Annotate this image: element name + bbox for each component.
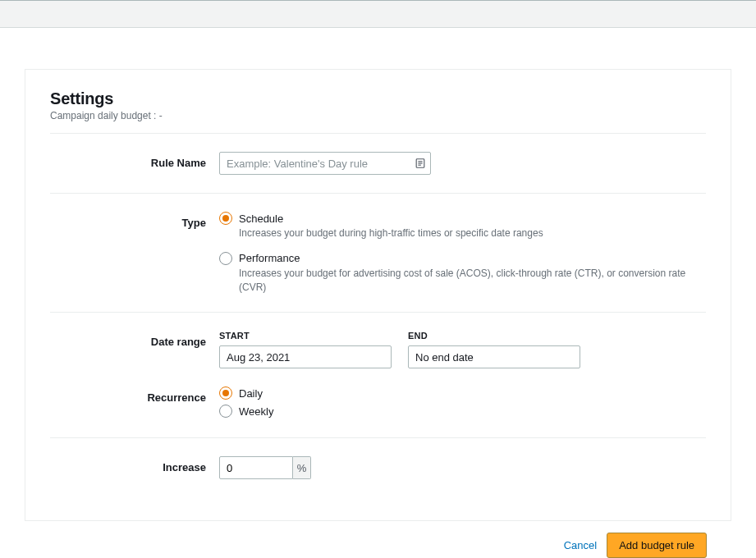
recurrence-label: Recurrence xyxy=(66,386,206,419)
recurrence-weekly-option[interactable]: Weekly xyxy=(219,405,690,418)
top-bar xyxy=(0,0,756,28)
date-range-section: Date range START END xyxy=(50,313,706,377)
type-option-description: Increases your budget for advertising co… xyxy=(239,267,690,295)
panel-title: Settings xyxy=(50,89,706,108)
text-snippet-icon xyxy=(415,158,426,169)
page-container: Settings Campaign daily budget : - Rule … xyxy=(0,28,756,558)
recurrence-option-label: Daily xyxy=(239,387,263,400)
recurrence-section: Recurrence Daily Weekly xyxy=(50,377,706,437)
start-header: START xyxy=(219,331,392,341)
recurrence-option-label: Weekly xyxy=(239,405,273,418)
start-date-block: START xyxy=(219,331,392,368)
increase-label: Increase xyxy=(66,456,206,479)
increase-section: Increase % xyxy=(50,438,706,497)
footer-actions: Cancel Add budget rule xyxy=(25,521,731,558)
type-option-label: Performance xyxy=(239,252,300,264)
increase-input[interactable] xyxy=(219,456,293,479)
end-date-block: END xyxy=(408,331,580,368)
increase-unit: % xyxy=(293,456,311,479)
radio-icon xyxy=(219,386,232,400)
recurrence-daily-option[interactable]: Daily xyxy=(219,386,690,400)
settings-panel: Settings Campaign daily budget : - Rule … xyxy=(25,69,731,521)
cancel-button[interactable]: Cancel xyxy=(564,539,597,551)
type-option-label: Schedule xyxy=(239,213,283,225)
end-header: END xyxy=(408,331,580,341)
radio-icon xyxy=(219,212,232,225)
type-performance-option[interactable]: Performance xyxy=(219,252,690,265)
radio-icon xyxy=(219,252,232,265)
type-label: Type xyxy=(66,212,206,294)
rule-name-section: Rule Name xyxy=(50,134,706,193)
type-schedule-option[interactable]: Schedule xyxy=(219,212,690,225)
rule-name-label: Rule Name xyxy=(66,152,206,175)
rule-name-input[interactable] xyxy=(219,152,431,175)
panel-subtitle: Campaign daily budget : - xyxy=(50,110,706,121)
date-range-label: Date range xyxy=(66,331,206,368)
radio-icon xyxy=(219,405,232,418)
type-section: Type Schedule Increases your budget duri… xyxy=(50,194,706,312)
type-option-description: Increases your budget during high-traffi… xyxy=(239,226,690,240)
start-date-input[interactable] xyxy=(219,345,392,368)
add-budget-rule-button[interactable]: Add budget rule xyxy=(607,533,707,558)
end-date-input[interactable] xyxy=(408,345,580,368)
